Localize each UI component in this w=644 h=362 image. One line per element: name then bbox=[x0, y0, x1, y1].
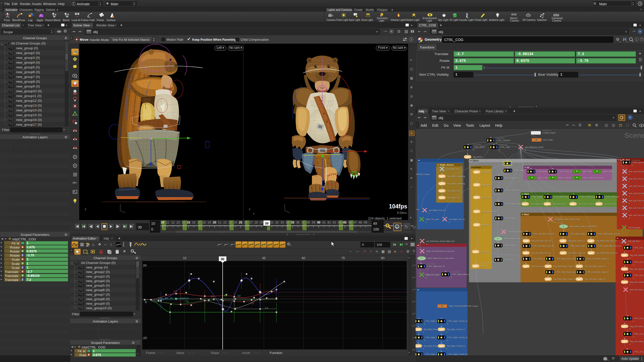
svg-text:COG FK IK Parameter: COG FK IK Parameter bbox=[158, 297, 189, 300]
svg-text:sx: sx bbox=[211, 295, 214, 298]
svg-text:sy: sy bbox=[224, 294, 227, 297]
svg-text:tx: tx bbox=[251, 302, 254, 305]
svg-text:ty: ty bbox=[265, 306, 268, 309]
svg-text:sz: sz bbox=[237, 294, 241, 297]
svg-text:rx: rx bbox=[174, 290, 177, 293]
svg-text:ry: ry bbox=[185, 300, 189, 303]
